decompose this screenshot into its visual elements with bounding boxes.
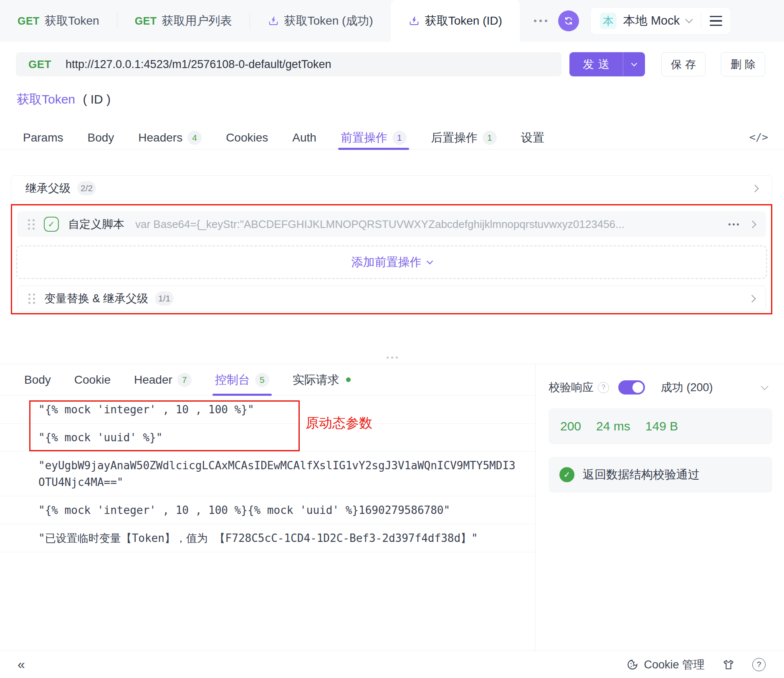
tab-settings[interactable]: 设置 — [521, 126, 544, 149]
method-label: GET — [135, 15, 157, 27]
window-tab-token-id-active[interactable]: 获取Token (ID) — [391, 0, 520, 42]
request-tabs: Params Body Headers 4 Cookies Auth 前置操作 … — [0, 126, 784, 149]
console-line[interactable]: "{% mock 'integer' , 10 , 100 %}" — [0, 396, 535, 424]
chevron-down-icon — [426, 258, 433, 264]
tab-params[interactable]: Params — [23, 126, 63, 149]
tab-response-header[interactable]: Header 7 — [134, 364, 192, 396]
validate-response-row: 校验响应 ? 成功 (200) — [549, 380, 767, 395]
response-time: 24 ms — [596, 419, 630, 433]
tab-headers[interactable]: Headers 4 — [138, 126, 202, 149]
request-method: GET — [28, 58, 51, 71]
delete-button[interactable]: 删除 — [721, 52, 765, 76]
chevron-down-icon[interactable] — [761, 382, 768, 390]
status-dot — [346, 377, 351, 382]
save-button[interactable]: 保存 — [661, 52, 706, 76]
schema-validation-result: ✓ 返回数据结构校验通过 — [549, 457, 772, 493]
tab-response-body[interactable]: Body — [24, 364, 51, 396]
validation-status: 成功 (200) — [661, 380, 713, 395]
post-count-badge: 1 — [483, 131, 497, 145]
footer-bar: « Cookie 管理 ? — [0, 650, 784, 678]
menu-icon[interactable] — [701, 16, 731, 26]
collapse-sidebar-button[interactable]: « — [18, 657, 25, 672]
env-label: 本地 Mock — [623, 13, 680, 29]
variable-replace-row[interactable]: 变量替换 & 继承父级 1/1 — [17, 286, 766, 311]
more-actions-icon[interactable] — [728, 223, 739, 225]
console-line[interactable]: "{% mock 'uuid' %}" — [0, 424, 535, 452]
status-code: 200 — [560, 419, 581, 433]
help-icon[interactable]: ? — [598, 382, 609, 393]
header-count-badge: 7 — [177, 373, 192, 387]
headers-count-badge: 4 — [187, 131, 202, 145]
add-pre-operation-button[interactable]: 添加前置操作 — [16, 245, 767, 279]
code-view-icon[interactable]: </> — [749, 131, 768, 143]
tab-body[interactable]: Body — [87, 126, 114, 149]
pre-count-badge: 1 — [392, 131, 407, 145]
env-local-icon: 本 — [600, 13, 617, 29]
console-line[interactable]: "eyUgbW9jayAnaW50ZWdlcicgLCAxMCAsIDEwMCA… — [0, 452, 535, 496]
send-options-dropdown[interactable] — [623, 52, 645, 76]
tab-label: 获取Token (成功) — [284, 13, 373, 29]
help-icon[interactable]: ? — [752, 658, 766, 671]
response-size: 149 B — [645, 419, 678, 433]
page-title: 获取Token ( ID ) — [17, 91, 111, 108]
annotation-red-box: ✓ 自定义脚本 var Base64={_keyStr:"ABCDEFGHIJK… — [11, 204, 772, 314]
response-panel: Body Cookie Header 7 控制台 5 实际请求 "{% mock… — [0, 364, 535, 650]
url-input[interactable]: GET http://127.0.0.1:4523/m1/2576108-0-d… — [16, 52, 561, 76]
chevron-down-icon — [631, 61, 637, 66]
send-label: 发送 — [569, 52, 623, 76]
cookie-manager-label: Cookie 管理 — [644, 657, 705, 672]
environment-dropdown[interactable]: 本 本地 Mock — [591, 13, 701, 29]
api-name[interactable]: 获取Token — [17, 92, 75, 106]
theme-shirt-icon[interactable] — [722, 658, 735, 671]
api-name-suffix: ( ID ) — [83, 92, 111, 106]
tab-cookies[interactable]: Cookies — [226, 126, 268, 149]
tab-console[interactable]: 控制台 5 — [215, 364, 269, 396]
drag-handle-icon[interactable] — [28, 219, 35, 230]
tab-auth[interactable]: Auth — [292, 126, 316, 149]
chevron-down-icon — [685, 15, 693, 23]
request-url: http://127.0.0.1:4523/m1/2576108-0-defau… — [66, 58, 331, 71]
chevron-right-icon — [751, 185, 759, 192]
custom-script-row[interactable]: ✓ 自定义脚本 var Base64={_keyStr:"ABCDEFGHIJK… — [17, 211, 766, 237]
cookie-manager-button[interactable]: Cookie 管理 — [626, 657, 705, 672]
window-tab-get-token[interactable]: GET 获取Token — [0, 0, 117, 42]
app-window: GET 获取Token GET 获取用户列表 获取Token (成功) — [0, 0, 784, 678]
window-tab-get-userlist[interactable]: GET 获取用户列表 — [117, 0, 250, 42]
tab-pre-operations[interactable]: 前置操作 1 — [341, 126, 407, 149]
chevron-right-icon — [749, 220, 756, 228]
window-tab-token-success[interactable]: 获取Token (成功) — [250, 0, 391, 42]
response-tabs: Body Cookie Header 7 控制台 5 实际请求 — [0, 364, 535, 396]
tab-label: 获取Token (ID) — [425, 13, 502, 29]
validation-panel: 校验响应 ? 成功 (200) 200 24 ms 149 B ✓ 返回数据结构… — [535, 364, 784, 650]
tab-response-cookie[interactable]: Cookie — [74, 364, 111, 396]
console-count-badge: 5 — [255, 373, 269, 387]
request-case-icon — [408, 15, 420, 27]
drag-handle-icon[interactable] — [28, 293, 35, 304]
validate-toggle[interactable] — [618, 380, 645, 395]
method-label: GET — [18, 15, 40, 27]
console-line[interactable]: "{% mock 'integer' , 10 , 100 %}{% mock … — [0, 496, 535, 524]
send-button[interactable]: 发送 — [569, 52, 645, 76]
request-case-icon — [268, 15, 279, 27]
tab-label: 获取Token — [45, 13, 99, 29]
tab-actual-request[interactable]: 实际请求 — [293, 364, 351, 396]
script-preview: var Base64={_keyStr:"ABCDEFGHIJKLMNOPQRS… — [135, 218, 718, 231]
sync-icon[interactable] — [558, 10, 579, 31]
window-tabbar: GET 获取Token GET 获取用户列表 获取Token (成功) — [0, 0, 784, 42]
validate-label: 校验响应 — [549, 380, 594, 395]
cookie-icon — [626, 658, 639, 671]
tab-label: 获取用户列表 — [162, 13, 232, 29]
annotation-text: 原动态参数 — [306, 414, 372, 433]
var-count-badge: 1/1 — [155, 291, 174, 306]
splitter-handle-icon[interactable] — [0, 357, 784, 359]
inherit-parent-row[interactable]: 继承父级 2/2 — [11, 175, 772, 201]
enabled-check-icon[interactable]: ✓ — [44, 217, 59, 232]
tab-post-operations[interactable]: 后置操作 1 — [431, 126, 497, 149]
inherit-count-badge: 2/2 — [77, 181, 96, 195]
more-tabs-icon[interactable] — [534, 20, 547, 22]
script-label: 自定义脚本 — [68, 217, 124, 232]
console-line[interactable]: "已设置临时变量【Token】，值为 【F728C5cC-1CD4-1D2C-B… — [0, 524, 535, 552]
schema-pass-label: 返回数据结构校验通过 — [583, 467, 700, 483]
response-metrics: 200 24 ms 149 B — [549, 408, 772, 444]
chevron-right-icon — [748, 295, 756, 302]
